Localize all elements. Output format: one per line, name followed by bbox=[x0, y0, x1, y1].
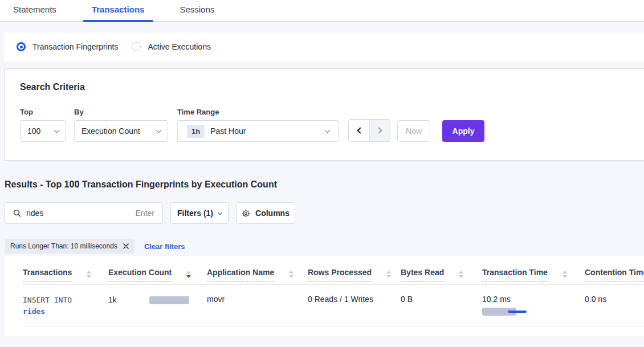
by-select-value: Execution Count bbox=[81, 126, 140, 136]
top-select-value: 100 bbox=[27, 126, 40, 136]
time-range-label: Time Range bbox=[177, 108, 348, 116]
chevron-right-icon bbox=[376, 127, 382, 133]
active-filters-row: Runs Longer Than: 10 milliseconds Clear … bbox=[5, 239, 644, 254]
top-label: Top bbox=[20, 108, 74, 116]
column-header-label[interactable]: Execution Count bbox=[108, 268, 172, 281]
sort-toggle[interactable] bbox=[289, 271, 294, 278]
results-heading: Results - Top 100 Transaction Fingerprin… bbox=[5, 179, 644, 190]
chevron-down-icon bbox=[54, 127, 60, 133]
column-header-transaction-time: Transaction Time bbox=[482, 268, 585, 284]
execution-count-bar bbox=[149, 296, 189, 304]
filters-button-label: Filters (1) bbox=[177, 209, 213, 218]
radio-selected-icon bbox=[17, 42, 26, 51]
column-header-execution-count: Execution Count bbox=[108, 268, 207, 284]
table-row: INSERT INTO rides 1k movr 0 Reads / 1 Wr… bbox=[23, 285, 644, 327]
tab-transactions[interactable]: Transactions bbox=[83, 5, 154, 21]
chevron-left-icon bbox=[357, 127, 363, 133]
gear-icon bbox=[242, 209, 250, 218]
tab-sessions[interactable]: Sessions bbox=[170, 5, 223, 21]
sort-toggle[interactable] bbox=[563, 271, 567, 278]
transaction-fingerprint-link[interactable]: rides bbox=[23, 306, 45, 317]
chevron-down-icon bbox=[156, 127, 162, 133]
search-input[interactable] bbox=[26, 209, 136, 218]
application-name-cell: movr bbox=[207, 295, 308, 317]
execution-count-cell: 1k bbox=[108, 295, 207, 317]
search-icon bbox=[13, 209, 21, 217]
filter-chip: Runs Longer Than: 10 milliseconds bbox=[5, 239, 134, 254]
transaction-time-value: 10.2 ms bbox=[482, 295, 585, 304]
sort-toggle-active-desc[interactable] bbox=[186, 271, 191, 278]
apply-button[interactable]: Apply bbox=[442, 120, 484, 142]
page-tabs: Statements Transactions Sessions bbox=[0, 0, 644, 22]
time-shift-arrows bbox=[348, 119, 390, 142]
results-toolbar: Enter Filters (1) Columns bbox=[5, 202, 644, 224]
time-range-value: Past Hour bbox=[210, 126, 246, 136]
close-icon bbox=[123, 243, 129, 249]
time-range-field: Time Range 1h Past Hour bbox=[177, 108, 348, 142]
sort-toggle[interactable] bbox=[459, 271, 463, 278]
top-select[interactable]: 100 bbox=[20, 120, 66, 142]
time-range-badge: 1h bbox=[187, 125, 205, 138]
transaction-time-bar bbox=[482, 308, 516, 316]
column-header-label[interactable]: Bytes Read bbox=[401, 268, 444, 281]
column-header-transactions: Transactions bbox=[23, 268, 108, 284]
clear-filters-link[interactable]: Clear filters bbox=[144, 242, 185, 251]
column-header-label[interactable]: Contention Time bbox=[585, 268, 644, 281]
columns-button[interactable]: Columns bbox=[236, 202, 295, 224]
radio-transaction-fingerprints[interactable]: Transaction Fingerprints bbox=[17, 42, 118, 51]
by-label: By bbox=[74, 108, 177, 116]
previous-time-range-button[interactable] bbox=[349, 120, 369, 141]
top-field: Top 100 bbox=[20, 108, 74, 142]
radio-label: Transaction Fingerprints bbox=[32, 42, 118, 51]
search-criteria-title: Search Criteria bbox=[20, 82, 644, 92]
by-select[interactable]: Execution Count bbox=[74, 120, 168, 142]
contention-time-cell: 0.0 ns bbox=[585, 295, 644, 317]
column-header-contention-time: Contention Time bbox=[585, 268, 644, 284]
transaction-time-cell: 10.2 ms bbox=[482, 295, 585, 317]
columns-button-label: Columns bbox=[255, 209, 290, 218]
time-range-select[interactable]: 1h Past Hour bbox=[177, 120, 339, 142]
column-header-label[interactable]: Rows Processed bbox=[308, 268, 372, 281]
time-bar-stddev-line bbox=[508, 311, 527, 313]
radio-active-executions[interactable]: Active Executions bbox=[132, 42, 211, 51]
search-enter-hint: Enter bbox=[136, 209, 154, 218]
chevron-down-icon bbox=[325, 127, 331, 133]
column-header-label[interactable]: Transaction Time bbox=[482, 268, 548, 281]
now-button[interactable]: Now bbox=[397, 120, 430, 142]
search-criteria-card: Search Criteria Top 100 By Execution Cou… bbox=[4, 68, 644, 161]
by-field: By Execution Count bbox=[74, 108, 177, 142]
results-search-box: Enter bbox=[5, 202, 163, 224]
sort-toggle[interactable] bbox=[87, 271, 91, 278]
column-header-application-name: Application Name bbox=[207, 268, 308, 284]
column-header-bytes-read: Bytes Read bbox=[401, 268, 482, 284]
next-time-range-button[interactable] bbox=[369, 120, 390, 141]
radio-unselected-icon bbox=[132, 42, 141, 51]
sql-statement-text: INSERT INTO bbox=[23, 295, 108, 306]
remove-filter-button[interactable] bbox=[123, 243, 129, 249]
column-header-label[interactable]: Application Name bbox=[207, 268, 274, 281]
sort-toggle[interactable] bbox=[386, 271, 391, 278]
chevron-down-icon bbox=[218, 210, 222, 214]
filters-button[interactable]: Filters (1) bbox=[170, 202, 229, 224]
filter-chip-label: Runs Longer Than: 10 milliseconds bbox=[10, 242, 117, 250]
bytes-read-cell: 0 B bbox=[401, 295, 482, 317]
search-criteria-controls: Top 100 By Execution Count Time Range 1h… bbox=[20, 108, 644, 142]
column-header-label[interactable]: Transactions bbox=[23, 268, 72, 281]
table-header-row: Transactions Execution Count Application… bbox=[23, 256, 644, 285]
column-header-rows-processed: Rows Processed bbox=[308, 268, 401, 284]
view-mode-panel: Transaction Fingerprints Active Executio… bbox=[4, 32, 644, 61]
transaction-cell: INSERT INTO rides bbox=[23, 295, 108, 317]
execution-count-value: 1k bbox=[108, 295, 149, 304]
rows-processed-cell: 0 Reads / 1 Writes bbox=[308, 295, 401, 317]
tab-statements[interactable]: Statements bbox=[4, 5, 66, 21]
radio-label: Active Executions bbox=[148, 42, 211, 51]
results-table: Transactions Execution Count Application… bbox=[5, 256, 644, 336]
